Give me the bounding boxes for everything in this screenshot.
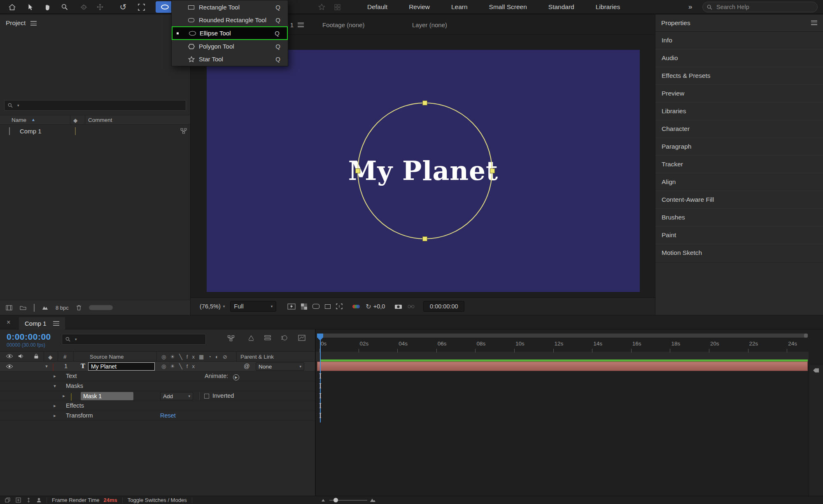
keyframe-ibeam[interactable]: I bbox=[317, 411, 324, 420]
group-row-text[interactable]: ▸ Text Animate: ▶ bbox=[0, 371, 315, 381]
keyframe-ibeam[interactable]: I bbox=[317, 392, 324, 401]
label-color-chip[interactable] bbox=[75, 128, 76, 135]
layer-name-field[interactable]: My Planet bbox=[88, 362, 155, 371]
navigator-end-handle[interactable] bbox=[804, 334, 808, 338]
panel-menu-icon[interactable] bbox=[53, 321, 59, 326]
properties-item[interactable]: Tracker bbox=[655, 156, 823, 173]
timeline-zoom-slider-knob[interactable] bbox=[333, 498, 338, 502]
column-source-name[interactable]: Source Name bbox=[90, 354, 124, 360]
properties-item[interactable]: Paragraph bbox=[655, 138, 823, 156]
layer-twirl-expanded[interactable]: ▾ bbox=[44, 364, 49, 369]
interpret-footage-icon[interactable] bbox=[6, 305, 12, 310]
properties-item[interactable]: Align bbox=[655, 173, 823, 191]
flowchart-icon[interactable] bbox=[180, 128, 187, 134]
keyframe-ibeam[interactable]: I bbox=[317, 372, 324, 381]
rotation-tool-icon[interactable]: ↺ bbox=[115, 1, 131, 13]
column-name[interactable]: Name bbox=[12, 117, 26, 123]
workspace-tab[interactable]: Default bbox=[367, 3, 387, 11]
zoom-in-mountain-icon[interactable] bbox=[370, 497, 376, 502]
column-comment[interactable]: Comment bbox=[88, 117, 112, 123]
show-snapshot-link-icon[interactable] bbox=[408, 301, 415, 311]
comp-mini-flowchart-icon[interactable] bbox=[227, 335, 235, 341]
menu-item-rounded-rectangle-tool[interactable]: Rounded Rectangle Tool Q bbox=[172, 14, 288, 26]
lock-icon[interactable] bbox=[34, 353, 39, 359]
keyframe-ibeam[interactable]: I bbox=[317, 401, 324, 411]
viewer-timecode[interactable]: 0:00:00:00 bbox=[423, 301, 464, 312]
transparency-grid-icon[interactable] bbox=[301, 301, 307, 311]
eye-icon[interactable] bbox=[6, 354, 13, 359]
timeline-search-box[interactable]: ▾ bbox=[62, 334, 206, 345]
draft-3d-icon[interactable] bbox=[248, 335, 254, 341]
zoom-tool-icon[interactable] bbox=[57, 1, 72, 13]
current-timecode[interactable]: 0:00:00:00 bbox=[7, 332, 51, 342]
properties-item[interactable]: Character bbox=[655, 120, 823, 138]
row-mask-1[interactable]: ▸ Mask 1 Add▾ Inverted bbox=[0, 391, 315, 401]
twirl-collapsed[interactable]: ▸ bbox=[52, 403, 58, 408]
tab-footage[interactable]: Footage (none) bbox=[322, 14, 365, 35]
workspace-tab[interactable]: Review bbox=[409, 3, 430, 11]
parent-dropdown[interactable]: None▾ bbox=[256, 362, 304, 371]
properties-item[interactable]: Audio bbox=[655, 49, 823, 67]
new-composition-icon[interactable] bbox=[34, 304, 35, 311]
project-search-box[interactable]: ▾ bbox=[4, 100, 186, 111]
group-row-masks[interactable]: ▾ Masks bbox=[0, 381, 315, 391]
time-ruler[interactable]: 0s02s04s06s08s10s12s14s16s18s20s22s24s bbox=[315, 338, 809, 351]
group-row-transform[interactable]: ▸ Transform Reset bbox=[0, 411, 315, 421]
menu-item-polygon-tool[interactable]: Polygon Tool Q bbox=[172, 40, 288, 53]
reset-exposure-icon[interactable]: ↻ bbox=[366, 303, 371, 310]
panel-menu-icon[interactable] bbox=[811, 21, 817, 25]
home-icon[interactable] bbox=[4, 1, 20, 13]
shy-layers-icon[interactable] bbox=[264, 335, 271, 341]
panel-menu-icon[interactable] bbox=[30, 21, 37, 26]
workspace-overflow-button[interactable]: » bbox=[688, 0, 692, 14]
orbit-camera-tool-icon[interactable] bbox=[76, 1, 91, 13]
motion-blur-icon[interactable] bbox=[281, 335, 287, 341]
twirl-expanded[interactable]: ▾ bbox=[52, 383, 58, 389]
scroll-thumb[interactable] bbox=[89, 305, 113, 310]
workspace-tab[interactable]: Learn bbox=[451, 3, 468, 11]
twirl-collapsed[interactable]: ▸ bbox=[52, 373, 58, 379]
expand-panel-icon[interactable] bbox=[5, 497, 10, 503]
exposure-value[interactable]: +0,0 bbox=[373, 303, 385, 310]
star-tool-icon[interactable] bbox=[314, 1, 329, 13]
eye-icon[interactable] bbox=[6, 364, 13, 369]
hand-tool-icon[interactable] bbox=[40, 1, 55, 13]
grid-tool-icon[interactable] bbox=[329, 1, 345, 13]
new-folder-icon[interactable] bbox=[20, 305, 26, 310]
time-navigator-bar[interactable] bbox=[317, 334, 808, 338]
properties-item[interactable]: Brushes bbox=[655, 209, 823, 226]
menu-item-star-tool[interactable]: Star Tool Q bbox=[172, 53, 288, 65]
inverted-checkbox[interactable] bbox=[204, 394, 209, 399]
mask-mode-dropdown[interactable]: Add▾ bbox=[160, 392, 193, 400]
trash-icon[interactable] bbox=[76, 305, 82, 310]
twirl-collapsed[interactable]: ▸ bbox=[52, 413, 58, 418]
fast-previews-icon[interactable] bbox=[287, 301, 296, 311]
add-panel-icon[interactable] bbox=[16, 497, 21, 503]
mask-ellipse-overlay[interactable] bbox=[207, 50, 640, 292]
properties-item[interactable]: Preview bbox=[655, 85, 823, 103]
properties-item[interactable]: Effects & Presets bbox=[655, 67, 823, 85]
user-icon[interactable] bbox=[36, 497, 42, 503]
channel-rgb-icon[interactable] bbox=[352, 301, 360, 311]
tab-comp-1[interactable]: Comp 1 bbox=[19, 317, 65, 329]
camera-roi-tool-icon[interactable] bbox=[133, 1, 149, 13]
properties-item[interactable]: Paint bbox=[655, 226, 823, 244]
animate-add-icon[interactable]: ▶ bbox=[233, 373, 239, 380]
selection-tool-icon[interactable] bbox=[22, 1, 38, 13]
color-depth-icon[interactable] bbox=[42, 305, 48, 310]
keyframe-ibeam[interactable]: I bbox=[317, 382, 324, 391]
workspace-tab[interactable]: Standard bbox=[548, 3, 574, 11]
close-icon[interactable]: × bbox=[7, 319, 10, 326]
twirl-collapsed[interactable]: ▸ bbox=[61, 393, 67, 399]
label-column-icon[interactable]: ◆ bbox=[48, 354, 52, 360]
graph-editor-icon[interactable] bbox=[298, 335, 305, 341]
zoom-level-dropdown[interactable]: (76,5%)▾ bbox=[200, 303, 225, 310]
layer-row-my-planet[interactable]: ▾ 1 T My Planet ◎☀╲fx @ None▾ bbox=[0, 362, 315, 371]
pan-camera-tool-icon[interactable] bbox=[92, 1, 108, 13]
parent-pickwhip-icon[interactable]: @ bbox=[244, 363, 250, 369]
exposure-control[interactable]: ↻ +0,0 bbox=[366, 303, 385, 310]
sort-arrows-icon[interactable] bbox=[26, 497, 31, 503]
audio-icon[interactable] bbox=[18, 354, 24, 359]
frame-render-time-label[interactable]: Frame Render Time bbox=[52, 497, 100, 503]
mask-color-chip[interactable] bbox=[71, 394, 72, 400]
